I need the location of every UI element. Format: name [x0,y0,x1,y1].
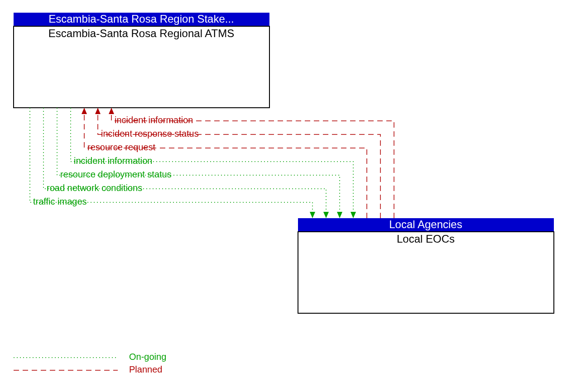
arrow-green-incident-information [351,212,356,218]
label-red-resource-request: resource request [87,142,156,152]
arrow-red-incident-response-status [95,108,101,114]
label-green-incident-information: incident information [74,156,152,166]
top-box-header-text: Escambia-Santa Rosa Region Stake... [48,13,234,25]
label-red-incident-information: incident information [115,115,193,125]
label-green-traffic-images: traffic images [33,196,87,206]
top-box: Escambia-Santa Rosa Region Stake... Esca… [14,13,269,108]
label-red-incident-response-status: incident response status [101,129,199,139]
bottom-box: Local Agencies Local EOCs [298,218,554,313]
arrow-green-traffic-images [310,212,315,218]
arrow-red-resource-request [82,108,87,114]
legend-label-planned: Planned [129,364,162,374]
legend: On-going Planned [14,352,166,374]
label-green-road-network-conditions: road network conditions [47,183,142,193]
label-green-resource-deployment-status: resource deployment status [60,169,172,179]
bottom-box-body-text: Local EOCs [397,233,455,245]
top-box-body-text: Escambia-Santa Rosa Regional ATMS [48,27,234,39]
architecture-diagram: Escambia-Santa Rosa Region Stake... Esca… [0,0,567,392]
arrow-green-resource-deployment-status [337,212,342,218]
arrow-red-incident-information [109,108,114,114]
legend-label-ongoing: On-going [129,352,166,362]
arrow-green-road-network-conditions [323,212,329,218]
bottom-box-header-text: Local Agencies [389,218,462,230]
